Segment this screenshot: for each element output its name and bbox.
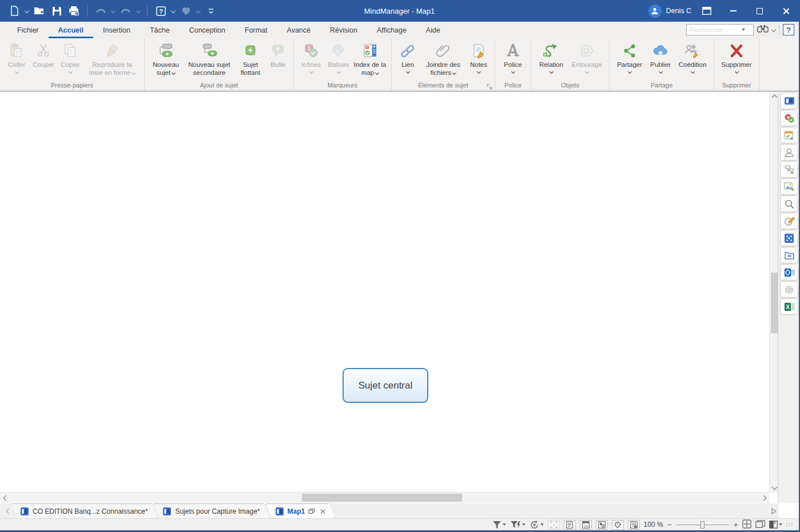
- autorefresh-button[interactable]: [530, 520, 544, 530]
- sidebar-item-web[interactable]: [780, 281, 798, 298]
- search-dropdown-icon[interactable]: [742, 29, 745, 31]
- restore-tab-icon[interactable]: [308, 508, 315, 514]
- doc-tab-map1[interactable]: Map1: [266, 503, 336, 518]
- undo-dropdown[interactable]: [111, 9, 116, 13]
- format-painter-button[interactable]: Reproduire la mise en forme: [83, 40, 141, 78]
- horizontal-scrollbar-thumb[interactable]: [302, 494, 462, 502]
- close-button[interactable]: [773, 0, 799, 22]
- sidebar-item-excel[interactable]: X: [780, 298, 798, 315]
- tags-button[interactable]: Balises: [325, 40, 352, 74]
- sidebar-item-sketch[interactable]: [780, 213, 798, 229]
- doc-tab-co-edition[interactable]: CO EDITION Banq...z Connaissance*: [11, 503, 157, 518]
- help-button[interactable]: ?: [783, 24, 794, 35]
- tab-fichier[interactable]: Fichier: [7, 22, 49, 38]
- search-box[interactable]: [686, 24, 754, 35]
- coediting-button[interactable]: Coédition: [675, 40, 710, 74]
- panels-button[interactable]: [769, 521, 782, 529]
- ribbon-display-options-icon[interactable]: [694, 0, 720, 22]
- new-document-dropdown[interactable]: [25, 9, 29, 13]
- zoom-out-button[interactable]: −: [667, 520, 672, 529]
- copy-button[interactable]: Copier: [57, 40, 83, 74]
- sidebar-item-outlook[interactable]: [780, 264, 798, 281]
- zoom-in-button[interactable]: +: [734, 520, 738, 529]
- customize-toolbar-icon[interactable]: [204, 3, 218, 18]
- tab-affichage[interactable]: Affichage: [367, 22, 416, 38]
- index-pane-button[interactable]: [628, 520, 640, 530]
- map-index-button[interactable]: 1 Index de la map: [352, 40, 388, 78]
- open-file-icon[interactable]: [32, 3, 47, 18]
- notes-button[interactable]: Notes: [466, 40, 491, 74]
- zoom-slider-track[interactable]: [676, 525, 729, 525]
- minimize-button[interactable]: [720, 0, 746, 22]
- share-button[interactable]: Partager: [613, 40, 646, 74]
- user-avatar[interactable]: [648, 5, 662, 18]
- help-dropdown[interactable]: [171, 9, 176, 13]
- publish-button[interactable]: Publier: [646, 40, 675, 74]
- maximize-button[interactable]: [746, 0, 773, 22]
- fit-map-button[interactable]: [742, 519, 751, 530]
- new-topic-button[interactable]: Nouveau sujet: [148, 40, 184, 78]
- panel-layout-button[interactable]: [755, 520, 765, 530]
- callout-button[interactable]: Bulle: [266, 40, 290, 70]
- sidebar-item-snap[interactable]: [780, 230, 798, 246]
- feedback-dropdown[interactable]: [196, 9, 201, 13]
- central-topic[interactable]: Sujet central: [343, 368, 428, 403]
- notes-pane-button[interactable]: [564, 520, 576, 530]
- sidebar-item-search[interactable]: [780, 195, 798, 212]
- map-canvas[interactable]: Sujet central: [0, 92, 769, 492]
- help-icon[interactable]: ?: [153, 3, 168, 18]
- sidebar-item-image-library[interactable]: [780, 178, 798, 195]
- tab-accueil[interactable]: Accueil: [49, 22, 93, 38]
- scroll-right-icon[interactable]: [760, 493, 769, 503]
- feedback-icon[interactable]: [178, 3, 193, 18]
- undo-icon[interactable]: [93, 3, 108, 18]
- find-binoculars-icon[interactable]: [757, 24, 769, 35]
- icon-markers-pane-button[interactable]: [596, 520, 608, 530]
- font-button[interactable]: A Police: [499, 40, 527, 74]
- quick-filter-button[interactable]: [510, 521, 526, 529]
- redo-dropdown[interactable]: [136, 9, 141, 13]
- icon-markers-button[interactable]: 1 Icônes: [297, 40, 325, 74]
- link-button[interactable]: Lien: [395, 40, 420, 74]
- save-icon[interactable]: [49, 3, 64, 18]
- redo-icon[interactable]: [118, 3, 133, 18]
- sidebar-item-map-parts[interactable]: [780, 93, 798, 109]
- cut-button[interactable]: Couper: [30, 40, 57, 70]
- delete-button[interactable]: Supprimer: [718, 40, 755, 74]
- horizontal-scrollbar[interactable]: [0, 492, 769, 503]
- user-name[interactable]: Denis C: [666, 7, 691, 15]
- tab-conception[interactable]: Conception: [180, 22, 235, 38]
- sidebar-item-archive[interactable]: [780, 247, 798, 263]
- filter-button[interactable]: [492, 521, 506, 529]
- search-input[interactable]: [687, 26, 742, 33]
- tab-aide[interactable]: Aide: [416, 22, 450, 38]
- sidebar-item-icon-markers[interactable]: [780, 110, 798, 126]
- tab-avance[interactable]: Avancé: [277, 22, 320, 38]
- expand-all-button[interactable]: [548, 520, 560, 530]
- floating-topic-button[interactable]: Sujet flottant: [235, 40, 266, 78]
- tab-insertion[interactable]: Insertion: [93, 22, 140, 38]
- tags-pane-button[interactable]: [612, 520, 624, 530]
- find-dropdown-icon[interactable]: [771, 27, 776, 32]
- tab-tache[interactable]: Tâche: [140, 22, 180, 38]
- sidebar-item-task-info[interactable]: [780, 127, 798, 143]
- attach-files-button[interactable]: Joindre des fichiers: [420, 40, 466, 78]
- boundary-button[interactable]: Entourage: [568, 40, 606, 74]
- new-subtopic-button[interactable]: Nouveau sujet secondaire: [184, 40, 235, 78]
- tab-format[interactable]: Format: [235, 22, 277, 38]
- close-tab-icon[interactable]: [320, 509, 325, 514]
- paste-button[interactable]: Coller: [3, 40, 30, 74]
- print-icon[interactable]: [66, 3, 81, 18]
- new-document-icon[interactable]: [7, 3, 22, 18]
- zoom-level[interactable]: 100 %: [644, 521, 663, 529]
- doc-tab-sujets-capture[interactable]: Sujets pour Capture Image*: [154, 503, 269, 518]
- task-info-button[interactable]: 24: [580, 520, 592, 530]
- dialog-launcher-icon[interactable]: [487, 82, 493, 89]
- relationship-button[interactable]: Relation: [535, 40, 568, 74]
- sidebar-item-topic-parts[interactable]: [780, 161, 798, 178]
- tab-revision[interactable]: Révision: [320, 22, 367, 38]
- zoom-slider-thumb[interactable]: [701, 521, 705, 529]
- tab-overflow-icon[interactable]: [769, 503, 779, 518]
- sidebar-item-resources[interactable]: [780, 144, 798, 161]
- scroll-left-icon[interactable]: [0, 493, 9, 503]
